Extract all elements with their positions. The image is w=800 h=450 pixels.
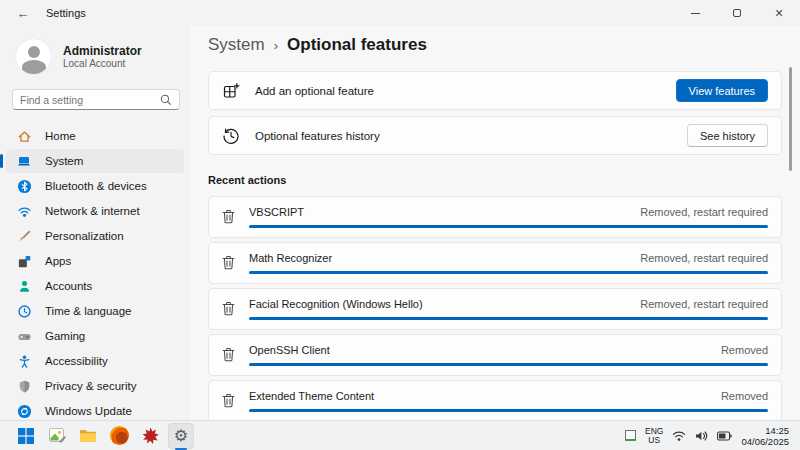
sidebar-item-system[interactable]: System	[6, 149, 184, 173]
search-input[interactable]	[20, 94, 160, 106]
sidebar-item-label: System	[45, 155, 83, 167]
feature-name: Facial Recognition (Windows Hello)	[249, 298, 423, 310]
search-icon	[160, 94, 172, 106]
progress-bar	[249, 363, 768, 366]
firefox-icon[interactable]	[106, 423, 132, 449]
sidebar-item-label: Accessibility	[45, 355, 108, 367]
breadcrumb-separator-icon: ›	[274, 38, 278, 53]
windows-start-icon[interactable]	[13, 423, 39, 449]
progress-bar	[249, 271, 768, 274]
privacy-icon	[16, 378, 32, 394]
optional-features-history-card: Optional features history See history	[208, 116, 782, 155]
file-explorer-icon[interactable]	[75, 423, 101, 449]
windows-update-icon	[16, 403, 32, 419]
language-line2: US	[645, 436, 663, 445]
sidebar-item-label: Gaming	[45, 330, 85, 342]
search-box[interactable]	[12, 89, 180, 110]
system-tray: ENG US 14:25 04/06/2025	[625, 425, 789, 447]
maximize-icon	[733, 9, 741, 17]
recent-action-row: Facial Recognition (Windows Hello) Remov…	[208, 288, 782, 330]
accounts-icon	[16, 278, 32, 294]
avatar-silhouette	[28, 46, 40, 58]
trash-icon	[222, 347, 236, 363]
network-icon	[16, 203, 32, 219]
back-button[interactable]: ←	[8, 2, 38, 24]
tray-app-icon[interactable]	[625, 430, 636, 441]
personalization-icon	[16, 228, 32, 244]
sidebar-item-network-internet[interactable]: Network & internet	[6, 199, 184, 223]
sidebar-item-home[interactable]: Home	[6, 124, 184, 148]
maximize-button[interactable]	[716, 0, 758, 26]
feature-status: Removed, restart required	[640, 252, 768, 264]
vertical-scrollbar[interactable]	[789, 67, 792, 171]
feature-status: Removed	[721, 344, 768, 356]
view-features-button[interactable]: View features	[676, 79, 768, 102]
feature-status: Removed, restart required	[640, 298, 768, 310]
history-icon	[222, 127, 240, 145]
trash-icon	[222, 255, 236, 271]
tray-date: 04/06/2025	[741, 436, 789, 447]
progress-bar	[249, 317, 768, 320]
sidebar-item-label: Apps	[45, 255, 71, 267]
trash-icon	[222, 209, 236, 225]
home-icon	[16, 128, 32, 144]
back-arrow-icon: ←	[17, 6, 30, 21]
time-language-icon	[16, 303, 32, 319]
sidebar-item-privacy-security[interactable]: Privacy & security	[6, 374, 184, 398]
sidebar-item-label: Time & language	[45, 305, 132, 317]
breadcrumb: System › Optional features	[208, 35, 427, 55]
volume-icon[interactable]	[695, 430, 708, 442]
progress-bar	[249, 225, 768, 228]
trash-icon	[222, 393, 236, 409]
taskbar: ⚙ ENG US 14:25 04/06/2025	[0, 420, 800, 450]
see-history-button[interactable]: See history	[687, 124, 768, 147]
sidebar-item-label: Bluetooth & devices	[45, 180, 147, 192]
recent-action-row: Math Recognizer Removed, restart require…	[208, 242, 782, 284]
user-account[interactable]: Administrator Local Account	[15, 38, 142, 75]
sidebar-item-label: Personalization	[45, 230, 124, 242]
window-title: Settings	[46, 7, 86, 19]
sidebar-item-label: Accounts	[45, 280, 92, 292]
wifi-icon[interactable]	[672, 430, 686, 442]
sidebar-item-label: Privacy & security	[45, 380, 136, 392]
settings-content: System › Optional features Add an option…	[190, 26, 800, 420]
feature-status: Removed	[721, 390, 768, 402]
add-optional-feature-label: Add an optional feature	[255, 85, 374, 97]
system-icon	[16, 153, 32, 169]
battery-icon[interactable]	[717, 431, 732, 441]
sidebar-item-gaming[interactable]: Gaming	[6, 324, 184, 348]
trash-icon	[222, 301, 236, 317]
clock[interactable]: 14:25 04/06/2025	[741, 425, 789, 447]
apps-icon	[16, 253, 32, 269]
taskbar-icons: ⚙	[13, 421, 194, 450]
user-account-type: Local Account	[63, 58, 142, 70]
paint-app-icon[interactable]	[44, 423, 70, 449]
feature-status: Removed, restart required	[640, 206, 768, 218]
sidebar-item-apps[interactable]: Apps	[6, 249, 184, 273]
breadcrumb-parent[interactable]: System	[208, 35, 265, 55]
window-controls: ×	[674, 0, 800, 26]
optional-features-history-label: Optional features history	[255, 130, 380, 142]
recent-actions-heading: Recent actions	[208, 174, 286, 186]
settings-gear-icon[interactable]: ⚙	[168, 423, 194, 449]
add-feature-icon	[222, 82, 240, 100]
feature-name: Extended Theme Content	[249, 390, 374, 402]
sidebar-item-accounts[interactable]: Accounts	[6, 274, 184, 298]
sidebar-item-personalization[interactable]: Personalization	[6, 224, 184, 248]
feature-name: VBSCRIPT	[249, 206, 304, 218]
accessibility-icon	[16, 353, 32, 369]
language-indicator[interactable]: ENG US	[645, 427, 663, 445]
recent-action-row: VBSCRIPT Removed, restart required	[208, 196, 782, 238]
red-app-icon[interactable]	[137, 423, 163, 449]
sidebar-item-accessibility[interactable]: Accessibility	[6, 349, 184, 373]
sidebar-item-time-language[interactable]: Time & language	[6, 299, 184, 323]
minimize-button[interactable]	[674, 0, 716, 26]
bluetooth-icon	[16, 178, 32, 194]
avatar	[15, 38, 52, 75]
feature-name: OpenSSH Client	[249, 344, 330, 356]
recent-action-row: OpenSSH Client Removed	[208, 334, 782, 376]
sidebar-item-label: Windows Update	[45, 405, 132, 417]
tray-time: 14:25	[741, 425, 789, 436]
sidebar-item-bluetooth-devices[interactable]: Bluetooth & devices	[6, 174, 184, 198]
close-button[interactable]: ×	[758, 0, 800, 26]
